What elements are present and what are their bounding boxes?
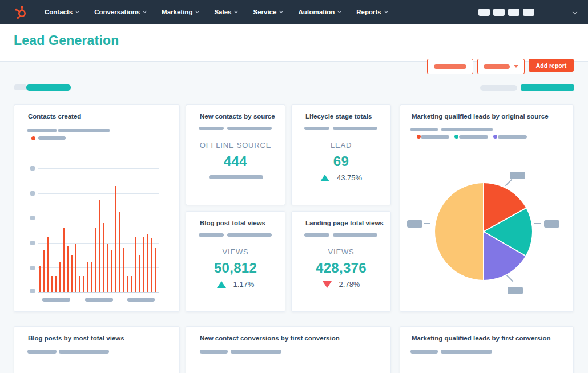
delta-value: 1.17% xyxy=(233,280,255,289)
card-title: Contacts created xyxy=(28,113,81,120)
y-tick-skeleton xyxy=(30,191,35,196)
nav-icon-placeholder-2[interactable] xyxy=(493,9,505,16)
filter-toggle-right[interactable] xyxy=(521,84,574,91)
bar xyxy=(43,250,45,292)
skeleton-pill xyxy=(227,127,272,130)
bar xyxy=(87,262,88,292)
card-title: Blog posts by most total views xyxy=(28,335,124,342)
skeleton-pill xyxy=(304,127,329,130)
delta-value: 2.78% xyxy=(339,280,360,289)
pie-slice-divider xyxy=(484,208,526,232)
page-header: Lead Generation Add report xyxy=(0,24,588,62)
contacts-created-bar-chart[interactable] xyxy=(38,168,159,293)
filter-label-skeleton-left xyxy=(14,84,27,90)
nav-icon-placeholder-1[interactable] xyxy=(478,9,490,16)
x-label-skeleton xyxy=(85,298,113,302)
skeleton-pill xyxy=(231,350,281,354)
bar xyxy=(91,262,92,292)
bar xyxy=(143,237,144,292)
x-label-skeleton xyxy=(127,298,155,302)
metric-label: LEAD xyxy=(292,141,390,149)
bar xyxy=(131,276,132,292)
card-contacts-created: Contacts created xyxy=(14,104,180,312)
bar xyxy=(127,276,128,292)
bar xyxy=(55,276,57,292)
skeleton-pill xyxy=(333,233,377,237)
card-title: Marketing qualified leads by original so… xyxy=(412,113,549,120)
skeleton-pill xyxy=(434,64,466,69)
nav-utility-area xyxy=(475,6,588,18)
card-new-contacts-by-source: New contacts by source OFFLINE SOURCE 44… xyxy=(186,104,285,205)
bar xyxy=(111,250,112,292)
legend-skeleton-pill xyxy=(459,135,488,139)
bar xyxy=(139,255,140,292)
legend-dot-purple xyxy=(493,135,497,139)
card-title: New contacts by source xyxy=(200,113,275,120)
skeleton-pill xyxy=(333,127,377,130)
nav-item-label: Marketing xyxy=(162,9,192,15)
nav-item-sales[interactable]: Sales xyxy=(214,9,237,15)
dashboard-action-button-1[interactable] xyxy=(427,59,473,74)
chevron-down-icon xyxy=(143,9,147,13)
dropdown-caret-icon xyxy=(514,65,518,68)
nav-item-reports[interactable]: Reports xyxy=(356,9,387,15)
bar xyxy=(59,262,61,292)
delta-row: 1.17% xyxy=(186,280,285,289)
y-tick-skeleton xyxy=(30,216,35,220)
nav-item-label: Automation xyxy=(298,9,335,15)
nav-item-marketing[interactable]: Marketing xyxy=(162,9,199,15)
bar xyxy=(115,186,116,292)
trend-up-icon xyxy=(320,175,329,181)
filter-toggle-left[interactable] xyxy=(26,84,71,91)
nav-item-label: Service xyxy=(253,9,276,15)
filter-label-skeleton-right xyxy=(480,85,517,91)
bar xyxy=(47,237,49,292)
delta-row: 43.75% xyxy=(292,173,390,182)
page-title: Lead Generation xyxy=(14,33,119,48)
nav-item-service[interactable]: Service xyxy=(253,9,283,15)
nav-item-conversations[interactable]: Conversations xyxy=(94,9,146,15)
mql-pie-chart[interactable] xyxy=(435,183,532,280)
account-chevron-down-icon[interactable] xyxy=(573,10,577,14)
bar xyxy=(103,223,104,292)
x-axis-line xyxy=(38,292,159,293)
bar xyxy=(67,246,69,292)
metric-value: 50,812 xyxy=(186,260,285,276)
nav-icon-placeholder-4[interactable] xyxy=(523,9,534,16)
legend-skeleton-pill xyxy=(498,135,527,139)
bar xyxy=(79,276,80,292)
bar xyxy=(63,228,65,292)
chevron-down-icon xyxy=(337,9,341,13)
pie-slice-divider xyxy=(483,183,484,232)
pie-slice-divider xyxy=(484,231,526,256)
skeleton-pill xyxy=(484,64,510,69)
bar xyxy=(99,200,100,292)
legend-dot-orange xyxy=(417,135,421,139)
hubspot-logo-icon[interactable] xyxy=(14,5,29,19)
chevron-down-icon xyxy=(384,9,388,13)
add-report-button[interactable]: Add report xyxy=(529,59,574,72)
pie-callout-skeleton-left xyxy=(407,220,422,228)
legend-skeleton-pill xyxy=(421,135,449,139)
nav-item-automation[interactable]: Automation xyxy=(298,9,341,15)
dashboard-action-dropdown[interactable] xyxy=(477,59,525,74)
bar xyxy=(147,234,148,293)
callout-connector xyxy=(505,179,513,186)
nav-icon-placeholder-3[interactable] xyxy=(508,9,519,16)
bar xyxy=(107,244,108,292)
trend-up-icon xyxy=(217,281,226,288)
card-mql-by-first-conversion: Marketing qualified leads by first conve… xyxy=(400,326,574,373)
skeleton-pill xyxy=(199,127,224,130)
skeleton-pill xyxy=(441,350,492,354)
skeleton-pill xyxy=(59,350,109,354)
x-label-skeleton xyxy=(42,298,70,302)
nav-item-contacts[interactable]: Contacts xyxy=(45,9,79,15)
top-nav: Contacts Conversations Marketing Sales S… xyxy=(0,0,588,24)
card-title: Lifecycle stage totals xyxy=(305,113,372,120)
bar xyxy=(151,238,152,292)
delta-value: 43.75% xyxy=(337,173,362,182)
y-tick-skeleton xyxy=(30,166,35,171)
card-landing-page-total-views: Landing page total views VIEWS 428,376 2… xyxy=(291,211,391,312)
bar xyxy=(95,228,96,292)
nav-item-label: Conversations xyxy=(94,9,140,15)
